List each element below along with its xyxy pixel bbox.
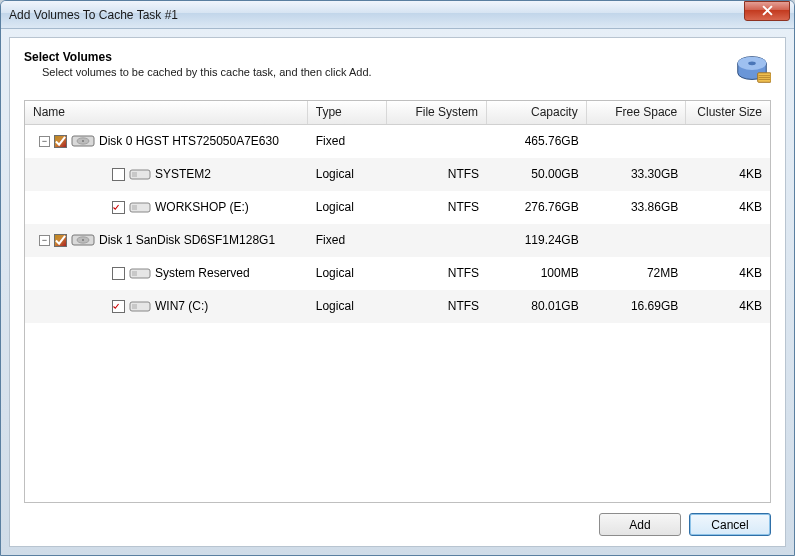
- header-subtitle: Select volumes to be cached by this cach…: [42, 66, 372, 78]
- svg-point-16: [82, 239, 84, 241]
- cell-fs: NTFS: [387, 299, 487, 313]
- table-row[interactable]: −Disk 1 SanDisk SD6SF1M128G1Fixed119.24G…: [25, 224, 770, 257]
- tree-expander[interactable]: −: [39, 235, 50, 246]
- cell-cluster: 4KB: [686, 167, 770, 181]
- close-icon: [762, 5, 773, 16]
- checkbox[interactable]: [112, 201, 125, 214]
- svg-point-2: [748, 61, 756, 65]
- cancel-button[interactable]: Cancel: [689, 513, 771, 536]
- col-type[interactable]: Type: [308, 101, 388, 124]
- window-title: Add Volumes To Cache Task #1: [9, 8, 744, 22]
- col-capacity[interactable]: Capacity: [487, 101, 587, 124]
- col-name[interactable]: Name: [25, 101, 308, 124]
- row-label: Disk 0 HGST HTS725050A7E630: [99, 134, 279, 148]
- disk-icon: [71, 232, 95, 248]
- close-button[interactable]: [744, 1, 790, 21]
- volume-icon: [129, 166, 151, 182]
- cell-free: 16.69GB: [587, 299, 687, 313]
- svg-rect-11: [132, 172, 137, 177]
- volume-icon: [129, 265, 151, 281]
- checkbox[interactable]: [112, 300, 125, 313]
- row-label: System Reserved: [155, 266, 250, 280]
- cell-free: 33.86GB: [587, 200, 687, 214]
- dialog-body: Select Volumes Select volumes to be cach…: [9, 37, 786, 547]
- cell-capacity: 119.24GB: [487, 233, 587, 247]
- cell-free: 33.30GB: [587, 167, 687, 181]
- cell-name: −Disk 1 SanDisk SD6SF1M128G1: [25, 232, 308, 248]
- titlebar[interactable]: Add Volumes To Cache Task #1: [1, 1, 794, 29]
- table-row[interactable]: SYSTEM2LogicalNTFS50.00GB33.30GB4KB: [25, 158, 770, 191]
- cell-capacity: 50.00GB: [487, 167, 587, 181]
- col-filesystem[interactable]: File System: [387, 101, 487, 124]
- table-row[interactable]: WORKSHOP (E:)LogicalNTFS276.76GB33.86GB4…: [25, 191, 770, 224]
- svg-rect-20: [132, 304, 137, 309]
- table-body: −Disk 0 HGST HTS725050A7E630Fixed465.76G…: [25, 125, 770, 502]
- volume-table: Name Type File System Capacity Free Spac…: [24, 100, 771, 503]
- header-text: Select Volumes Select volumes to be cach…: [24, 50, 372, 78]
- cache-disk-icon: [733, 50, 771, 88]
- volume-icon: [129, 199, 151, 215]
- col-clustersize[interactable]: Cluster Size: [686, 101, 770, 124]
- checkbox[interactable]: [112, 267, 125, 280]
- cell-name: −Disk 0 HGST HTS725050A7E630: [25, 133, 308, 149]
- cell-type: Logical: [308, 299, 388, 313]
- cell-type: Logical: [308, 266, 388, 280]
- volume-icon: [129, 298, 151, 314]
- checkbox[interactable]: [112, 168, 125, 181]
- dialog-window: Add Volumes To Cache Task #1 Select Volu…: [0, 0, 795, 556]
- svg-rect-13: [132, 205, 137, 210]
- cell-type: Fixed: [308, 134, 388, 148]
- cell-cluster: 4KB: [686, 266, 770, 280]
- cell-name: WORKSHOP (E:): [25, 199, 308, 215]
- table-row[interactable]: −Disk 0 HGST HTS725050A7E630Fixed465.76G…: [25, 125, 770, 158]
- cell-capacity: 276.76GB: [487, 200, 587, 214]
- checkbox[interactable]: [54, 234, 67, 247]
- tree-expander[interactable]: −: [39, 136, 50, 147]
- col-freespace[interactable]: Free Space: [587, 101, 687, 124]
- cell-type: Logical: [308, 167, 388, 181]
- cell-fs: NTFS: [387, 167, 487, 181]
- cell-capacity: 465.76GB: [487, 134, 587, 148]
- row-label: WIN7 (C:): [155, 299, 208, 313]
- row-label: SYSTEM2: [155, 167, 211, 181]
- cell-capacity: 80.01GB: [487, 299, 587, 313]
- add-button[interactable]: Add: [599, 513, 681, 536]
- cell-fs: NTFS: [387, 266, 487, 280]
- cell-name: WIN7 (C:): [25, 298, 308, 314]
- header: Select Volumes Select volumes to be cach…: [24, 50, 771, 88]
- svg-point-9: [82, 140, 84, 142]
- table-row[interactable]: WIN7 (C:)LogicalNTFS80.01GB16.69GB4KB: [25, 290, 770, 323]
- row-label: WORKSHOP (E:): [155, 200, 249, 214]
- table-row[interactable]: System ReservedLogicalNTFS100MB72MB4KB: [25, 257, 770, 290]
- header-title: Select Volumes: [24, 50, 372, 64]
- cell-fs: NTFS: [387, 200, 487, 214]
- cell-type: Fixed: [308, 233, 388, 247]
- svg-rect-18: [132, 271, 137, 276]
- cell-free: 72MB: [587, 266, 687, 280]
- cell-type: Logical: [308, 200, 388, 214]
- row-label: Disk 1 SanDisk SD6SF1M128G1: [99, 233, 275, 247]
- cell-cluster: 4KB: [686, 299, 770, 313]
- disk-icon: [71, 133, 95, 149]
- cell-name: System Reserved: [25, 265, 308, 281]
- cell-cluster: 4KB: [686, 200, 770, 214]
- cell-name: SYSTEM2: [25, 166, 308, 182]
- cell-capacity: 100MB: [487, 266, 587, 280]
- table-header: Name Type File System Capacity Free Spac…: [25, 101, 770, 125]
- checkbox[interactable]: [54, 135, 67, 148]
- button-row: Add Cancel: [24, 513, 771, 536]
